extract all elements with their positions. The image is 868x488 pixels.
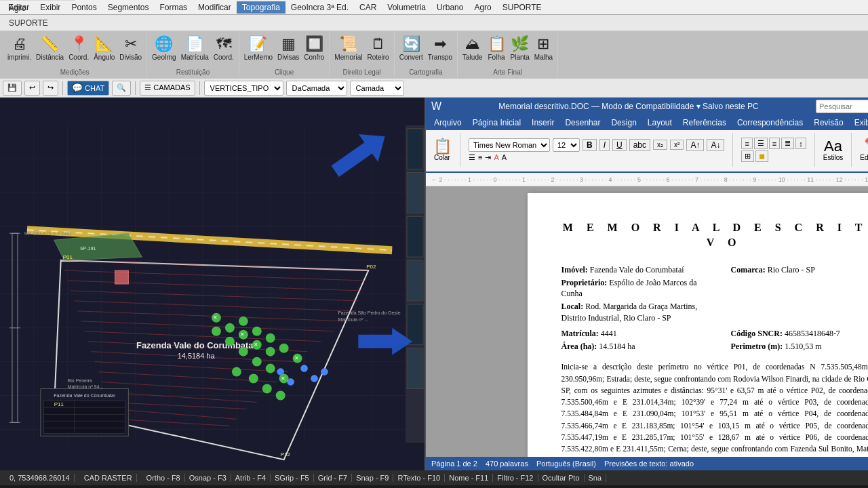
redo-button[interactable]: ↪ — [43, 81, 58, 96]
align-right-button[interactable]: ≡ — [769, 138, 780, 149]
italic-button[interactable]: I — [599, 139, 610, 151]
menu-item-volumetria[interactable]: Volumetria — [382, 1, 431, 14]
ribbon-tab-suporte[interactable]: SUPORTE — [0, 16, 75, 30]
indent-icon[interactable]: ⇥ — [485, 153, 491, 162]
ribbon-icon-coord.[interactable]: 📍Coord. — [66, 34, 91, 62]
line-spacing-button[interactable]: ↕ — [795, 138, 806, 149]
ribbon-icon-planta[interactable]: 🌿Planta — [509, 34, 532, 62]
superscript-button[interactable]: x² — [670, 140, 684, 150]
menu-item-agro[interactable]: Agro — [469, 1, 496, 14]
svg-point-63 — [276, 390, 285, 400]
word-menubar: ArquivoPágina InicialInserirDesenharDesi… — [426, 115, 868, 130]
editing-button[interactable]: ✏️ Editando — [857, 138, 868, 163]
word-doc-area[interactable]: M E M O R I A L D E S C R I T I V O Imóv… — [426, 186, 868, 457]
menu-item-segmentos[interactable]: Segmentos — [102, 1, 155, 14]
word-menu-referências[interactable]: Referências — [677, 117, 732, 129]
paste-button[interactable]: 📋 Colar — [430, 138, 454, 163]
font-color-icon[interactable]: A — [502, 153, 507, 161]
status-item[interactable]: Ocultar Pto — [538, 474, 585, 482]
chat-button[interactable]: 💬 CHAT — [67, 81, 109, 96]
menu-item-modificar[interactable]: Modificar — [193, 1, 237, 14]
underline-button[interactable]: U — [612, 139, 627, 151]
ribbon-icon-lermemo[interactable]: 📝LerMemo — [242, 34, 275, 62]
ribbon-icon-convert[interactable]: 🔄Convert — [397, 34, 425, 62]
menu-item-urbano[interactable]: Urbano — [431, 1, 469, 14]
highlight-icon[interactable]: A — [494, 153, 498, 161]
layer-type-select[interactable]: VERTICES_TIPO — [204, 81, 283, 96]
menu-item-car[interactable]: CAR — [354, 1, 382, 14]
status-item[interactable]: Snap - F9 — [352, 474, 393, 482]
font-name-select[interactable]: Times New Roman — [469, 138, 550, 152]
align-center-button[interactable]: ☰ — [754, 138, 768, 149]
camada-select[interactable]: Camada — [350, 81, 404, 96]
word-menu-página inicial[interactable]: Página Inicial — [467, 117, 526, 129]
bold-button[interactable]: B — [583, 139, 597, 151]
status-item[interactable]: Filtro - F12 — [493, 474, 538, 482]
align-left-button[interactable]: ≡ — [741, 138, 752, 149]
word-menu-inserir[interactable]: Inserir — [526, 117, 559, 129]
save-button[interactable]: 💾 — [3, 81, 22, 96]
convert-icon: 🔄 — [402, 35, 420, 53]
list-number-icon[interactable]: ≡ — [478, 153, 482, 161]
border-button[interactable]: ⊞ — [741, 150, 754, 162]
strikethrough-button[interactable]: abc — [629, 139, 650, 151]
ribbon-icon-ângulo[interactable]: 📐Ângulo — [92, 34, 117, 62]
ribbon-icon-divisas[interactable]: ▦Divisas — [275, 34, 301, 62]
status-item[interactable]: Osnap - F3 — [185, 474, 231, 482]
word-menu-design[interactable]: Design — [606, 117, 642, 129]
status-item[interactable]: Atrib - F4 — [231, 474, 271, 482]
ribbon-icon-distância[interactable]: 📏Distância — [34, 34, 66, 62]
search-button[interactable]: 🔍 — [112, 81, 131, 96]
ribbon-icon-geoimg[interactable]: 🌐GeoImg — [150, 34, 178, 62]
word-menu-desenhar[interactable]: Desenhar — [559, 117, 606, 129]
ribbon-icon-matrícula[interactable]: 📄Matrícula — [179, 34, 211, 62]
roteiro-icon: 🗒 — [371, 35, 386, 53]
memorial-icon: 📜 — [339, 35, 357, 53]
word-search-input[interactable] — [816, 100, 868, 113]
list-bullet-icon[interactable]: ☰ — [469, 153, 475, 162]
justify-button[interactable]: ≣ — [781, 138, 794, 149]
ribbon-icon-folha[interactable]: 📋Folha — [486, 34, 508, 62]
layers-button[interactable]: ☰ CAMADAS — [140, 81, 195, 96]
font-size-select[interactable]: 12 — [553, 138, 580, 152]
ribbon-tab-agro[interactable]: Agro — [0, 1, 75, 16]
word-menu-layout[interactable]: Layout — [642, 117, 677, 129]
status-item[interactable]: RTexto - F10 — [393, 474, 445, 482]
ribbon-icon-divisão[interactable]: ✂Divisão — [117, 34, 144, 62]
ribbon-divider-2 — [732, 133, 733, 167]
status-item[interactable]: SGrip - F5 — [271, 474, 314, 482]
subscript-button[interactable]: x₂ — [653, 140, 667, 150]
ribbon-groups: 🖨imprimi.📏Distância📍Coord.📐Ângulo✂Divisã… — [3, 33, 865, 77]
proprietario-field: Proprietário: Espólio de João Marcos da … — [561, 277, 717, 300]
ribbon-icon-malha[interactable]: ⊞Malha — [532, 34, 555, 62]
menu-item-suporte[interactable]: SUPORTE — [497, 1, 547, 14]
status-item[interactable]: Grid - F7 — [314, 474, 352, 482]
svg-text:Fazenda São Pedro do Oeste: Fazenda São Pedro do Oeste — [338, 310, 400, 315]
cad-panel[interactable]: SP-191 Fazenda Vale do Corumbataí 14,518… — [0, 98, 426, 470]
status-item[interactable]: Sna — [585, 474, 607, 482]
ribbon-icon-transpo[interactable]: ➡Transpo — [426, 34, 454, 62]
ribbon-icon-coord.[interactable]: 🗺Coord. — [212, 34, 236, 62]
undo-button[interactable]: ↩ — [24, 81, 40, 96]
shading-button[interactable]: ◼ — [755, 150, 768, 162]
word-menu-exibir[interactable]: Exibir — [849, 117, 868, 129]
word-menu-revisão[interactable]: Revisão — [808, 117, 848, 129]
styles-button[interactable]: Aa Estilos — [821, 138, 846, 163]
menu-item-topografia[interactable]: Topografia — [237, 1, 285, 14]
word-menu-arquivo[interactable]: Arquivo — [429, 117, 467, 129]
ribbon-icon-confro[interactable]: 🔲Confro — [302, 34, 326, 62]
ribbon-icon-roteiro[interactable]: 🗒Roteiro — [365, 34, 391, 62]
ribbon-icon-talude[interactable]: ⛰Talude — [460, 34, 484, 62]
ribbon-icon-imprimi.[interactable]: 🖨imprimi. — [5, 34, 33, 62]
font-size-decrease-button[interactable]: A↓ — [707, 139, 724, 151]
svg-text:14,5184 ha: 14,5184 ha — [178, 352, 216, 360]
font-size-increase-button[interactable]: A↑ — [686, 139, 704, 151]
menu-item-geoincra 3ª ed.[interactable]: GeoIncra 3ª Ed. — [285, 1, 354, 14]
cad-canvas[interactable]: SP-191 Fazenda Vale do Corumbataí 14,518… — [0, 98, 425, 470]
dacamada-select[interactable]: DaCamada — [286, 81, 347, 96]
ribbon-icon-memorial[interactable]: 📜Memorial — [332, 34, 364, 62]
status-item[interactable]: Nome - F11 — [445, 474, 493, 482]
menu-item-formas[interactable]: Formas — [154, 1, 193, 14]
word-menu-correspondências[interactable]: Correspondências — [732, 117, 808, 129]
status-item[interactable]: Ortho - F8 — [142, 474, 185, 482]
